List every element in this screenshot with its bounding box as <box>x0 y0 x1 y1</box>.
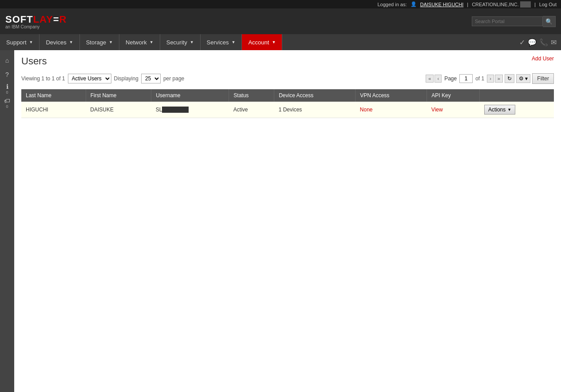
chevron-down-icon: ▼ <box>231 40 235 44</box>
info-badge: 0 <box>6 90 8 95</box>
content-area: Users Add User Viewing 1 to 1 of 1 Activ… <box>14 50 561 392</box>
col-status: Status <box>229 89 274 102</box>
chevron-down-icon: ▼ <box>109 40 113 44</box>
cell-username: SL········ <box>151 102 229 118</box>
filter-bar: Viewing 1 to 1 of 1 Active Users Display… <box>21 71 554 86</box>
settings-button[interactable]: ⚙ ▾ <box>516 74 530 83</box>
filter-button[interactable]: Filter <box>532 73 554 84</box>
nav-item-account[interactable]: Account ▼ <box>242 34 282 50</box>
page-label: Page <box>444 75 457 82</box>
nav-item-storage[interactable]: Storage ▼ <box>80 34 119 50</box>
cell-device-access: 1 Devices <box>274 102 356 118</box>
add-user-link[interactable]: Add User <box>532 55 554 62</box>
logout-link[interactable]: Log Out <box>539 2 557 7</box>
nav-item-network[interactable]: Network ▼ <box>119 34 160 50</box>
cell-actions: Actions ▼ <box>480 102 554 118</box>
nav-bar: Support ▼ Devices ▼ Storage ▼ Network ▼ … <box>0 34 561 50</box>
company-name: CREATIONLINE,INC. <box>472 2 531 7</box>
col-actions <box>480 89 554 102</box>
displaying-label: Displaying <box>114 75 138 82</box>
per-page-label: per page <box>163 75 184 82</box>
check-icon[interactable]: ✓ <box>519 38 525 47</box>
filter-left: Viewing 1 to 1 of 1 Active Users Display… <box>21 74 184 83</box>
sidebar-item-help[interactable]: ? <box>0 68 14 81</box>
next-page-button[interactable]: › <box>487 75 494 83</box>
sidebar-item-info[interactable]: ℹ 0 <box>0 82 14 95</box>
page-header: Users Add User <box>21 55 554 67</box>
per-page-select[interactable]: 25 <box>141 74 161 83</box>
search-button[interactable]: 🔍 <box>543 16 556 27</box>
message-icon[interactable]: ✉ <box>551 38 557 47</box>
refresh-button[interactable]: ↻ <box>505 74 514 83</box>
cell-api-key: View <box>427 102 480 118</box>
search-area: 🔍 <box>472 16 556 27</box>
actions-chevron-icon: ▼ <box>507 107 511 112</box>
tags-icon: 🏷 <box>4 97 10 104</box>
home-icon: ⌂ <box>5 57 9 64</box>
sidebar-item-home[interactable]: ⌂ <box>0 54 14 67</box>
nav-item-services[interactable]: Services ▼ <box>201 34 242 50</box>
nav-item-devices[interactable]: Devices ▼ <box>40 34 79 50</box>
table-row: HIGUCHI DAISUKE SL········ Active 1 Devi… <box>21 102 554 118</box>
api-key-view-link[interactable]: View <box>431 107 443 113</box>
chevron-down-icon: ▼ <box>69 40 73 44</box>
nav-right-icons: ✓ 💬 📞 ✉ <box>515 34 561 50</box>
user-filter-select[interactable]: Active Users <box>68 74 111 83</box>
nav-item-support[interactable]: Support ▼ <box>0 34 40 50</box>
top-bar: Logged in as: 👤 DAISUKE HIGUCHI | CREATI… <box>0 0 561 8</box>
logo-bar: SOFTLAY=R an IBM Company 🔍 <box>0 8 561 34</box>
vpn-none-link[interactable]: None <box>360 107 373 113</box>
filter-right: « ‹ Page of 1 › » ↻ ⚙ ▾ Filter <box>426 73 554 84</box>
page-of-label: of 1 <box>475 75 484 82</box>
help-icon: ? <box>5 71 9 78</box>
search-input[interactable] <box>472 16 543 26</box>
chevron-down-icon: ▼ <box>272 40 276 44</box>
users-table: Last Name First Name Username Status Dev… <box>21 89 554 118</box>
chat-icon[interactable]: 💬 <box>528 38 537 47</box>
sidebar-item-tags[interactable]: 🏷 0 <box>0 96 14 110</box>
page-title: Users <box>21 55 47 67</box>
page-number-input[interactable] <box>459 74 473 83</box>
actions-button[interactable]: Actions ▼ <box>484 105 515 115</box>
username-masked: ········ <box>162 107 189 113</box>
logo-text: SOFTLAY=R <box>5 14 67 25</box>
first-page-button[interactable]: « <box>426 75 434 83</box>
logo-area: SOFTLAY=R an IBM Company <box>5 14 67 29</box>
col-first-name: First Name <box>86 89 151 102</box>
username-link[interactable]: DAISUKE HIGUCHI <box>420 2 464 7</box>
viewing-label: Viewing 1 to 1 of 1 <box>21 75 65 82</box>
user-icon: 👤 <box>411 1 417 7</box>
separator2: | <box>534 2 536 7</box>
table-body: HIGUCHI DAISUKE SL········ Active 1 Devi… <box>21 102 554 118</box>
cell-status: Active <box>229 102 274 118</box>
cell-first-name: DAISUKE <box>86 102 151 118</box>
tags-badge: 0 <box>6 104 8 109</box>
logged-in-label: Logged in as: <box>377 2 407 7</box>
cell-vpn-access: None <box>356 102 427 118</box>
chevron-down-icon: ▼ <box>150 40 154 44</box>
col-username: Username <box>151 89 229 102</box>
col-last-name: Last Name <box>21 89 86 102</box>
phone-icon[interactable]: 📞 <box>539 38 548 47</box>
col-device-access: Device Access <box>274 89 356 102</box>
nav-item-security[interactable]: Security ▼ <box>160 34 201 50</box>
company-box <box>520 1 531 8</box>
pagination-controls: « ‹ Page of 1 › » <box>426 74 503 83</box>
username-prefix: SL <box>156 107 162 113</box>
table-header: Last Name First Name Username Status Dev… <box>21 89 554 102</box>
chevron-down-icon: ▼ <box>29 40 33 44</box>
cell-last-name: HIGUCHI <box>21 102 86 118</box>
col-vpn-access: VPN Access <box>356 89 427 102</box>
logo-subtext: an IBM Company <box>5 24 67 29</box>
info-icon: ℹ <box>6 83 8 90</box>
separator1: | <box>467 2 468 7</box>
prev-page-button[interactable]: ‹ <box>435 75 442 83</box>
sidebar: ⌂ ? ℹ 0 🏷 0 <box>0 50 14 392</box>
col-api-key: API Key <box>427 89 480 102</box>
last-page-button[interactable]: » <box>495 75 503 83</box>
main-layout: ⌂ ? ℹ 0 🏷 0 Users Add User Viewing 1 to … <box>0 50 561 392</box>
chevron-down-icon: ▼ <box>190 40 194 44</box>
